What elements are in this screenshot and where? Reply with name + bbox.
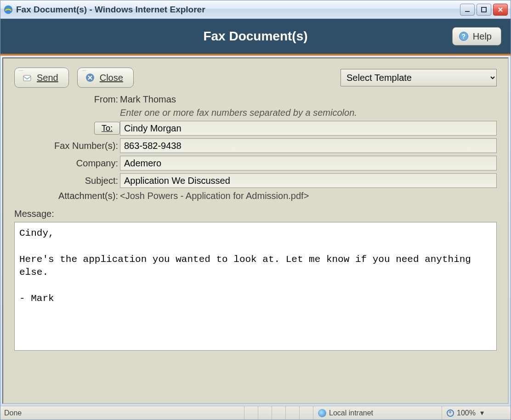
zoom-control[interactable]: 100% ▾ xyxy=(442,406,501,420)
window-title: Fax Document(s) - Windows Internet Explo… xyxy=(16,5,460,15)
ie-icon xyxy=(3,5,13,15)
subject-input[interactable] xyxy=(120,173,497,188)
titlebar: Fax Document(s) - Windows Internet Explo… xyxy=(0,0,511,19)
page-title: Fax Document(s) xyxy=(203,29,307,44)
help-label: Help xyxy=(473,31,492,42)
attachments-label: Attachment(s): xyxy=(14,191,120,201)
status-cell-3 xyxy=(272,406,285,420)
toolbar: Send Close Select Template xyxy=(14,68,497,88)
app-header: Fax Document(s) ? Help xyxy=(0,19,511,56)
status-text: Done xyxy=(0,406,244,420)
status-cell-5 xyxy=(299,406,313,420)
help-icon: ? xyxy=(459,32,468,41)
company-input[interactable] xyxy=(120,156,497,170)
security-zone[interactable]: Local intranet xyxy=(313,406,442,420)
close-icon xyxy=(85,73,95,83)
subject-label: Subject: xyxy=(14,176,120,186)
window-controls xyxy=(460,4,508,16)
zone-label: Local intranet xyxy=(329,409,373,417)
maximize-button[interactable] xyxy=(477,4,491,16)
message-label: Message: xyxy=(14,209,497,219)
svg-rect-2 xyxy=(482,7,486,12)
send-button[interactable]: Send xyxy=(14,68,69,88)
chevron-down-icon: ▾ xyxy=(480,409,484,417)
zone-icon xyxy=(318,409,326,417)
help-button[interactable]: ? Help xyxy=(452,27,501,45)
company-label: Company: xyxy=(14,158,120,169)
window: Fax Document(s) - Windows Internet Explo… xyxy=(0,0,511,420)
from-value: Mark Thomas xyxy=(120,94,497,105)
hint-text: Enter one or more fax numbers separated … xyxy=(120,108,497,118)
close-window-button[interactable] xyxy=(493,4,508,16)
zoom-icon xyxy=(447,409,454,417)
send-label: Send xyxy=(37,73,58,83)
fax-input[interactable] xyxy=(120,138,497,153)
status-cell-2 xyxy=(258,406,272,420)
close-button[interactable]: Close xyxy=(77,68,134,88)
to-button[interactable]: To: xyxy=(94,122,120,135)
status-cell-1 xyxy=(244,406,258,420)
message-textarea[interactable] xyxy=(14,222,497,351)
to-input[interactable] xyxy=(120,121,497,136)
status-cell-4 xyxy=(285,406,299,420)
statusbar: Done Local intranet 100% ▾ xyxy=(0,406,511,420)
zoom-label: 100% xyxy=(457,409,476,417)
attachments-value: <Josh Powers - Application for Admission… xyxy=(120,191,497,201)
form: From: Mark Thomas Enter one or more fax … xyxy=(14,94,497,201)
send-icon xyxy=(22,73,32,83)
svg-rect-3 xyxy=(23,75,31,81)
fax-label: Fax Number(s): xyxy=(14,141,120,151)
content-area: Send Close Select Template From: Mark Th… xyxy=(2,57,509,404)
close-label: Close xyxy=(100,73,123,83)
from-label: From: xyxy=(14,94,120,105)
svg-rect-1 xyxy=(465,11,470,12)
template-select[interactable]: Select Template xyxy=(341,69,497,86)
minimize-button[interactable] xyxy=(460,4,475,16)
